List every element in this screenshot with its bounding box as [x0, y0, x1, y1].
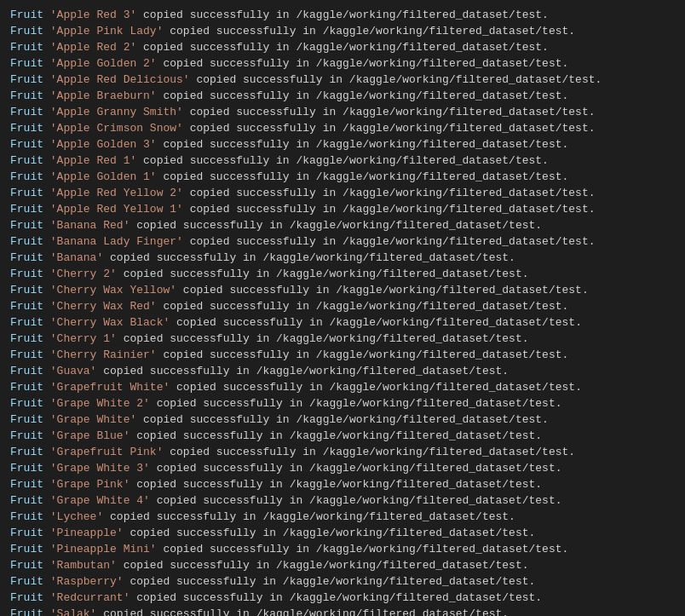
log-line: Fruit 'Cherry Wax Red' copied successful…: [10, 298, 675, 314]
log-prefix: Fruit: [10, 365, 50, 377]
log-suffix: copied successfully in /kaggle/working/f…: [130, 429, 542, 442]
log-suffix: copied successfully in /kaggle/working/f…: [157, 89, 569, 102]
log-suffix: copied successfully in /kaggle/working/f…: [183, 122, 596, 135]
log-suffix: copied successfully in /kaggle/working/f…: [157, 543, 569, 556]
log-prefix: Fruit: [10, 381, 50, 394]
log-prefix: Fruit: [10, 170, 50, 183]
fruit-name: 'Cherry Wax Red': [50, 300, 157, 313]
log-suffix: copied successfully in /kaggle/working/f…: [157, 57, 569, 70]
fruit-name: 'Rambutan': [50, 559, 117, 572]
log-prefix: Fruit: [10, 494, 50, 507]
fruit-name: 'Apple Golden 1': [50, 170, 157, 183]
log-line: Fruit 'Cherry Rainier' copied successful…: [10, 347, 675, 363]
log-prefix: Fruit: [10, 138, 50, 151]
log-prefix: Fruit: [10, 41, 50, 54]
log-suffix: copied successfully in /kaggle/working/f…: [176, 284, 589, 296]
log-prefix: Fruit: [10, 73, 50, 86]
log-prefix: Fruit: [10, 397, 50, 410]
log-prefix: Fruit: [10, 527, 50, 539]
log-prefix: Fruit: [10, 203, 50, 216]
log-line: Fruit 'Grape Blue' copied successfully i…: [10, 428, 675, 444]
fruit-name: 'Pineapple': [50, 527, 124, 539]
log-line: Fruit 'Cherry 1' copied successfully in …: [10, 331, 675, 347]
log-suffix: copied successfully in /kaggle/working/f…: [157, 138, 569, 151]
log-suffix: copied successfully in /kaggle/working/f…: [103, 251, 515, 264]
fruit-name: 'Grape White 2': [50, 397, 150, 410]
log-line: Fruit 'Pineapple' copied successfully in…: [10, 525, 675, 541]
log-line: Fruit 'Apple Granny Smith' copied succes…: [10, 104, 675, 120]
log-prefix: Fruit: [10, 316, 50, 329]
fruit-name: 'Apple Red Yellow 1': [50, 203, 183, 216]
log-line: Fruit 'Grape White 2' copied successfull…: [10, 395, 675, 412]
log-line: Fruit 'Cherry 2' copied successfully in …: [10, 266, 675, 282]
log-line: Fruit 'Apple Golden 1' copied successful…: [10, 169, 675, 185]
fruit-name: 'Banana Red': [50, 219, 130, 232]
log-line: Fruit 'Rambutan' copied successfully in …: [10, 557, 675, 573]
log-line: Fruit 'Apple Braeburn' copied successful…: [10, 88, 675, 104]
fruit-name: 'Salak': [50, 607, 97, 616]
log-suffix: copied successfully in /kaggle/working/f…: [150, 397, 562, 410]
fruit-name: 'Apple Red 2': [50, 41, 136, 54]
log-line: Fruit 'Banana Red' copied successfully i…: [10, 217, 675, 233]
log-line: Fruit 'Salak' copied successfully in /ka…: [10, 606, 675, 616]
log-suffix: copied successfully in /kaggle/working/f…: [124, 527, 536, 539]
log-line: Fruit 'Lychee' copied successfully in /k…: [10, 509, 675, 525]
fruit-name: 'Apple Red 1': [50, 154, 136, 167]
log-suffix: copied successfully in /kaggle/working/f…: [183, 187, 596, 199]
log-prefix: Fruit: [10, 462, 50, 475]
log-line: Fruit 'Apple Pink Lady' copied successfu…: [10, 23, 675, 39]
log-prefix: Fruit: [10, 284, 50, 296]
log-prefix: Fruit: [10, 9, 50, 21]
log-suffix: copied successfully in /kaggle/working/f…: [183, 235, 596, 248]
fruit-name: 'Apple Pink Lady': [50, 25, 164, 37]
log-prefix: Fruit: [10, 57, 50, 70]
fruit-name: 'Grapefruit White': [50, 381, 170, 394]
log-prefix: Fruit: [10, 106, 50, 118]
log-prefix: Fruit: [10, 429, 50, 442]
log-suffix: copied successfully in /kaggle/working/f…: [124, 575, 536, 588]
log-line: Fruit 'Apple Red 1' copied successfully …: [10, 153, 675, 169]
fruit-name: 'Pineapple Mini': [50, 543, 157, 556]
log-suffix: copied successfully in /kaggle/working/f…: [136, 154, 549, 167]
fruit-name: 'Cherry 2': [50, 268, 117, 280]
log-prefix: Fruit: [10, 591, 50, 604]
log-suffix: copied successfully in /kaggle/working/f…: [183, 106, 596, 118]
log-line: Fruit 'Apple Red Yellow 1' copied succes…: [10, 201, 675, 217]
log-line: Fruit 'Banana' copied successfully in /k…: [10, 250, 675, 266]
fruit-name: 'Apple Granny Smith': [50, 106, 183, 118]
log-suffix: copied successfully in /kaggle/working/f…: [190, 73, 602, 86]
log-prefix: Fruit: [10, 25, 50, 37]
log-prefix: Fruit: [10, 510, 50, 523]
log-line: Fruit 'Apple Red 3' copied successfully …: [10, 7, 675, 23]
log-prefix: Fruit: [10, 478, 50, 491]
fruit-name: 'Cherry Wax Black': [50, 316, 170, 329]
log-suffix: copied successfully in /kaggle/working/f…: [130, 478, 542, 491]
log-prefix: Fruit: [10, 89, 50, 102]
log-line: Fruit 'Apple Red Delicious' copied succe…: [10, 72, 675, 88]
fruit-name: 'Apple Red Delicious': [50, 73, 190, 86]
log-line: Fruit 'Cherry Wax Yellow' copied success…: [10, 282, 675, 298]
log-line: Fruit 'Apple Red 2' copied successfully …: [10, 39, 675, 55]
fruit-name: 'Guava': [50, 365, 97, 377]
log-suffix: copied successfully in /kaggle/working/f…: [157, 348, 569, 361]
fruit-name: 'Banana Lady Finger': [50, 235, 183, 248]
log-suffix: copied successfully in /kaggle/working/f…: [96, 365, 509, 377]
fruit-name: 'Redcurrant': [50, 591, 130, 604]
log-suffix: copied successfully in /kaggle/working/f…: [96, 607, 509, 616]
log-prefix: Fruit: [10, 154, 50, 167]
log-line: Fruit 'Grapefruit Pink' copied successfu…: [10, 444, 675, 460]
log-prefix: Fruit: [10, 607, 50, 616]
log-suffix: copied successfully in /kaggle/working/f…: [150, 494, 562, 507]
log-suffix: copied successfully in /kaggle/working/f…: [170, 316, 582, 329]
log-suffix: copied successfully in /kaggle/working/f…: [136, 41, 549, 54]
log-suffix: copied successfully in /kaggle/working/f…: [103, 510, 515, 523]
log-line: Fruit 'Pineapple Mini' copied successful…: [10, 541, 675, 557]
log-suffix: copied successfully in /kaggle/working/f…: [170, 381, 582, 394]
fruit-name: 'Banana': [50, 251, 103, 264]
log-suffix: copied successfully in /kaggle/working/f…: [163, 446, 575, 458]
log-prefix: Fruit: [10, 348, 50, 361]
log-line: Fruit 'Apple Golden 2' copied successful…: [10, 55, 675, 72]
fruit-name: 'Apple Crimson Snow': [50, 122, 183, 135]
fruit-name: 'Apple Red Yellow 2': [50, 187, 183, 199]
log-prefix: Fruit: [10, 300, 50, 313]
